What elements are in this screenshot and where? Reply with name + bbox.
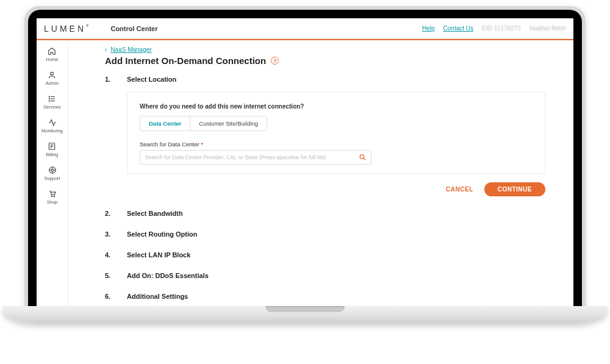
list-icon — [48, 95, 56, 103]
app-screen: LUMEN® Control Center Help Contact Us EI… — [37, 18, 573, 306]
step-title: Select Bandwidth — [127, 210, 183, 217]
step-5[interactable]: 5. Add On: DDoS Essentials — [105, 268, 545, 279]
page-title: Add Internet On-Demand Connection — [105, 55, 266, 66]
sidebar-item-home[interactable]: Home — [46, 47, 58, 62]
data-center-search-input[interactable] — [140, 150, 371, 165]
svg-point-1 — [49, 96, 50, 97]
laptop-notch — [265, 306, 345, 312]
activity-icon — [48, 118, 57, 127]
step-3[interactable]: 3. Select Routing Option — [105, 227, 545, 238]
user-icon — [48, 71, 56, 79]
svg-point-18 — [54, 196, 55, 197]
step-actions: CANCEL CONTINUE — [127, 182, 545, 196]
step-4[interactable]: 4. Select LAN IP Block — [105, 248, 545, 259]
sidebar-item-label: Home — [46, 57, 58, 62]
svg-point-5 — [49, 101, 50, 101]
svg-point-17 — [51, 196, 52, 197]
step-number: 5. — [105, 272, 127, 279]
step-title: Select Routing Option — [127, 230, 198, 238]
step-2[interactable]: 2. Select Bandwidth — [105, 206, 545, 217]
help-link[interactable]: Help — [422, 25, 435, 32]
step-title: Select LAN IP Block — [127, 251, 190, 259]
step-1: 1. Select Location Where do you need to … — [105, 76, 545, 196]
sidebar-item-label: Billing — [46, 152, 58, 157]
app-title: Control Center — [110, 25, 157, 32]
top-bar: LUMEN® Control Center Help Contact Us EI… — [37, 18, 573, 39]
location-type-segmented: Data Center Customer Site/Building — [140, 116, 267, 131]
sidebar-item-label: Monitoring — [41, 128, 63, 134]
seg-customer-site[interactable]: Customer Site/Building — [190, 116, 267, 130]
billing-icon — [48, 142, 56, 151]
step-1-card: Where do you need to add this new intern… — [127, 91, 545, 174]
user-menu[interactable]: heather.fletch — [529, 25, 566, 32]
step-number: 6. — [105, 293, 127, 300]
sidebar-item-label: Services — [43, 104, 61, 110]
step-number: 3. — [105, 230, 127, 238]
step-number: 2. — [105, 210, 127, 217]
laptop-frame: LUMEN® Control Center Help Contact Us EI… — [24, 6, 586, 323]
continue-button[interactable]: CONTINUE — [484, 182, 545, 196]
svg-point-0 — [51, 72, 54, 75]
support-icon — [48, 166, 57, 174]
cart-icon — [48, 190, 57, 198]
sidebar-item-services[interactable]: Services — [43, 95, 61, 110]
step-number: 4. — [105, 251, 127, 259]
sidebar-item-admin[interactable]: Admin — [46, 71, 59, 86]
sidebar-item-support[interactable]: Support — [44, 166, 60, 181]
step-title: Add On: DDoS Essentials — [127, 272, 209, 279]
step-6[interactable]: 6. Additional Settings — [105, 289, 545, 300]
seg-data-center[interactable]: Data Center — [140, 116, 190, 130]
help-icon[interactable]: ? — [271, 57, 279, 65]
left-sidebar: Home Admin Services Monitoring — [37, 40, 68, 306]
breadcrumb-parent-link[interactable]: NaaS Manager — [110, 46, 151, 53]
sidebar-item-shop[interactable]: Shop — [47, 190, 58, 205]
sidebar-item-label: Shop — [47, 199, 58, 205]
step-number: 1. — [105, 76, 127, 83]
svg-point-12 — [51, 169, 54, 171]
chevron-left-icon: ‹ — [105, 46, 107, 53]
eid-display: EID 11170272 — [482, 25, 521, 32]
breadcrumb: ‹ NaaS Manager — [105, 46, 545, 53]
step-title: Select Location — [127, 76, 545, 83]
sidebar-item-label: Support — [44, 176, 60, 181]
sidebar-item-label: Admin — [46, 80, 59, 86]
location-prompt: Where do you need to add this new intern… — [140, 103, 533, 110]
home-icon — [48, 47, 56, 55]
step-title: Additional Settings — [127, 293, 188, 300]
cancel-button[interactable]: CANCEL — [446, 186, 473, 193]
main-content: ‹ NaaS Manager Add Internet On-Demand Co… — [68, 40, 573, 306]
brand-logo: LUMEN® — [44, 24, 88, 34]
sidebar-item-billing[interactable]: Billing — [46, 142, 58, 157]
svg-point-3 — [49, 98, 50, 99]
sidebar-item-monitoring[interactable]: Monitoring — [41, 118, 63, 134]
contact-link[interactable]: Contact Us — [443, 25, 473, 32]
laptop-base — [2, 306, 608, 323]
search-label: Search for Data Center * — [140, 141, 533, 148]
